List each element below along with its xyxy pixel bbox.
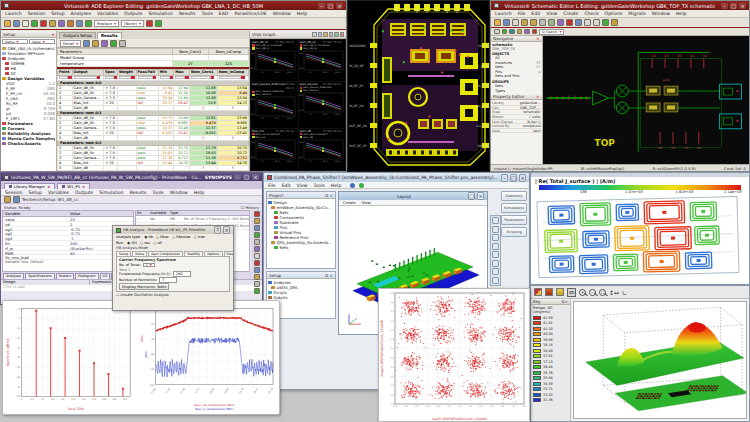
close-icon[interactable]: ×: [536, 94, 540, 99]
menu-item[interactable]: Create: [562, 11, 579, 16]
project-tree-item[interactable]: 2Nets: [268, 245, 334, 250]
viva-mini-plot[interactable]: Gain_dB_lprFri Mar 29 14... Gain_dB_lpr …: [299, 40, 346, 81]
view-tool-icon[interactable]: [492, 251, 499, 258]
view-tool-icon[interactable]: [492, 234, 499, 241]
side-toolbar-icon[interactable]: [254, 232, 260, 238]
toolbar-icon[interactable]: [593, 19, 600, 26]
menu-item[interactable]: Window: [651, 11, 671, 16]
toolbar-icon[interactable]: [509, 29, 515, 35]
side-toolbar-icon[interactable]: [254, 218, 260, 224]
menu-item[interactable]: View: [361, 200, 372, 205]
view-tool-icon[interactable]: [492, 217, 499, 224]
toolbar-icon[interactable]: [85, 20, 92, 27]
menu-item[interactable]: Results: [178, 11, 197, 16]
toolbar-icon[interactable]: [76, 20, 83, 27]
menu-item[interactable]: Check: [583, 11, 599, 16]
side-tab[interactable]: Scripting: [501, 227, 527, 237]
toolbar-icon[interactable]: [31, 20, 38, 27]
menu-item[interactable]: Outputs: [74, 190, 94, 195]
menu-item[interactable]: Analyses: [70, 11, 92, 16]
side-tab[interactable]: Simulations: [501, 203, 527, 213]
radio-option[interactable]: ○ hbac: [156, 235, 169, 239]
bottom-tab[interactable]: Analyses: [3, 273, 24, 279]
window-layout-editor[interactable]: VDDAVSSAVB_P1VB_P2VDD2VB_N1VB_N2VSS2VDD&…: [347, 0, 490, 172]
side-toolbar-icon[interactable]: [254, 225, 260, 231]
zoom-out-icon[interactable]: −: [589, 289, 596, 296]
history-checkbox[interactable]: ☐ History: [241, 205, 259, 210]
viva-toolbar-icon[interactable]: [329, 32, 334, 37]
toolbar-icon[interactable]: [40, 20, 47, 27]
side-toolbar-icon[interactable]: [254, 246, 260, 252]
rfpro-window-controls[interactable]: –□×: [501, 174, 526, 182]
panel-menu-icon[interactable]: ▾: [52, 32, 54, 37]
menu-item[interactable]: Help: [675, 11, 687, 16]
view-tool-icon[interactable]: [492, 243, 499, 250]
panel-float-icon[interactable]: ⧉ ×: [325, 193, 333, 198]
menu-item[interactable]: Launch: [4, 11, 23, 16]
axes-icon[interactable]: ∟: [622, 289, 627, 296]
none-combo[interactable]: (None)▾: [121, 20, 144, 27]
columns-icon[interactable]: [119, 40, 126, 47]
radio-option[interactable]: ○ tran: [193, 235, 205, 239]
unsafe-oscillation-checkbox[interactable]: ☐ Unsafe Oscillation Analysis: [113, 292, 233, 298]
refresh-icon[interactable]: [359, 183, 364, 188]
refresh-icon[interactable]: [83, 40, 90, 47]
search-input[interactable]: Q Search▾: [539, 29, 564, 35]
menu-item[interactable]: Create: [342, 200, 357, 205]
parameter-row[interactable]: temperature27125: [58, 61, 249, 67]
toolbar-icon[interactable]: [22, 20, 29, 27]
bottom-tab[interactable]: Specifications: [25, 273, 55, 279]
rfpro-titlebar[interactable]: Combined_PA_Phase_Shifter7 [emWave_Assem…: [264, 173, 529, 182]
toolbar-icon[interactable]: [532, 29, 538, 35]
dialog-tab[interactable]: Setup: [116, 251, 131, 256]
menu-item[interactable]: Help: [193, 190, 205, 195]
ade-window-controls[interactable]: –□×: [318, 3, 343, 9]
toolbar-icon[interactable]: [512, 19, 519, 26]
run-simulation-icon[interactable]: [146, 20, 153, 27]
bottom-tab[interactable]: I/O: [100, 273, 111, 279]
toolbar-icon[interactable]: [503, 19, 510, 26]
toolbar-icon[interactable]: [611, 19, 618, 26]
palette-icon[interactable]: [556, 288, 564, 296]
chip-layout-canvas[interactable]: VDDAVSSAVB_P1VB_P2VDD2VB_N1VB_N2VSS2VDD&…: [348, 1, 490, 172]
menu-item[interactable]: Launch: [494, 11, 513, 16]
toolbar-icon[interactable]: [58, 20, 65, 27]
toolbar-icon[interactable]: [575, 19, 582, 26]
ade-titlebar[interactable]: Virtuoso® ADE Explorer Editing: goldenGa…: [1, 1, 346, 10]
side-toolbar-icon[interactable]: [254, 288, 260, 294]
view-tool-icon[interactable]: [492, 268, 499, 275]
side-toolbar-icon[interactable]: [254, 253, 260, 259]
menu-item[interactable]: Tools: [151, 190, 164, 195]
tab-results[interactable]: Results: [97, 32, 122, 39]
results-filter-row[interactable]: [58, 75, 249, 81]
schematic-titlebar[interactable]: Virtuoso® Schematic Editor L Editing: go…: [491, 1, 749, 10]
property-row[interactable]: Usestech: [492, 129, 541, 134]
toolbar-icon[interactable]: [67, 20, 74, 27]
close-icon[interactable]: ×: [536, 36, 540, 41]
jsurface-canvas[interactable]: [535, 196, 747, 280]
menu-item[interactable]: Simulation: [147, 11, 173, 16]
dialog-tab[interactable]: Stability: [184, 251, 203, 256]
toolbar-icon[interactable]: [502, 29, 508, 35]
menu-item[interactable]: Session: [27, 11, 47, 16]
display-harmonic-table-button[interactable]: Display Harmonic Table: [119, 283, 169, 290]
bottom-tab[interactable]: Scalars: [56, 273, 74, 279]
viva-toolbar-icon[interactable]: [334, 32, 339, 37]
3d-mode-toggle[interactable]: 3D: [567, 288, 576, 297]
toolbar-icon[interactable]: [539, 19, 546, 26]
menu-item[interactable]: Options: [604, 11, 624, 16]
zoom-window-icon[interactable]: ▫: [599, 289, 606, 296]
plot-results-icon[interactable]: [155, 20, 162, 27]
schematic-canvas[interactable]: VDVDVDVDVDVDVDVDVDnet12TOP: [543, 36, 749, 166]
navigator-item[interactable]: Nets and Pins: [492, 74, 541, 79]
viva-toolbar-icon[interactable]: [312, 32, 317, 37]
menu-item[interactable]: Setup: [50, 11, 65, 16]
setup-section-item[interactable]: Checks/Asserts: [2, 141, 55, 146]
menu-item[interactable]: Parasitics/LDE: [233, 11, 267, 16]
sync-icon[interactable]: [350, 183, 355, 188]
radio-option[interactable]: ◉ hb: [144, 235, 153, 239]
menu-item[interactable]: File: [517, 11, 527, 16]
side-toolbar-icon[interactable]: [254, 211, 260, 217]
tab-outputs-setup[interactable]: Outputs Setup: [59, 32, 96, 39]
image-export-icon[interactable]: [545, 288, 553, 296]
